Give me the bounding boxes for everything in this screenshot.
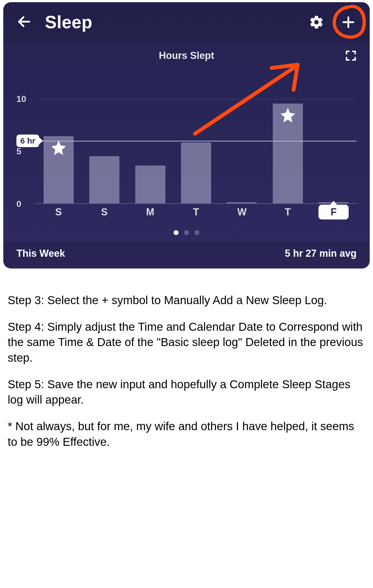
- footer-period: This Week: [16, 248, 65, 259]
- step-5: Step 5: Save the new input and hopefully…: [8, 377, 365, 408]
- step-3: Step 3: Select the + symbol to Manually …: [8, 293, 365, 308]
- bar-1[interactable]: [89, 156, 119, 204]
- bar-2[interactable]: [135, 165, 165, 203]
- x-label-3[interactable]: T: [181, 206, 211, 218]
- sleep-chart[interactable]: 10 5 0 6 hr SSMTWTF: [16, 78, 357, 220]
- back-icon[interactable]: [16, 14, 32, 30]
- expand-icon[interactable]: [345, 50, 357, 62]
- y-tick-10: 10: [16, 94, 26, 104]
- plus-icon[interactable]: [340, 14, 357, 30]
- x-label-1[interactable]: S: [89, 206, 119, 218]
- page-title: Sleep: [45, 12, 295, 32]
- chart-pager[interactable]: [3, 220, 370, 242]
- bar-5[interactable]: [273, 104, 303, 203]
- x-label-5[interactable]: T: [273, 206, 303, 218]
- pager-dot-1[interactable]: [184, 230, 189, 235]
- gear-icon[interactable]: [308, 14, 325, 30]
- bar-4[interactable]: [227, 202, 257, 203]
- app-header: Sleep: [3, 2, 370, 42]
- pager-dot-2[interactable]: [194, 230, 199, 235]
- y-tick-0: 0: [16, 199, 21, 209]
- step-4: Step 4: Simply adjust the Time and Calen…: [8, 319, 365, 366]
- instructions-text: Step 3: Select the + symbol to Manually …: [0, 271, 373, 472]
- x-axis: SSMTWTF: [36, 204, 357, 220]
- x-label-0[interactable]: S: [44, 206, 74, 218]
- star-icon: [50, 139, 67, 158]
- bar-3[interactable]: [181, 142, 211, 203]
- footer-average: 5 hr 27 min avg: [285, 248, 357, 259]
- chart-footer: This Week 5 hr 27 min avg: [3, 242, 370, 269]
- pager-dot-0[interactable]: [174, 230, 179, 235]
- sleep-card: Sleep Hours Slept 10 5 0 6 hr SSMTWTF Th…: [3, 2, 370, 269]
- x-label-6[interactable]: F: [319, 205, 349, 219]
- chart-title: Hours Slept: [16, 50, 357, 61]
- x-label-2[interactable]: M: [135, 206, 165, 218]
- star-icon: [279, 106, 297, 125]
- bar-0[interactable]: [44, 136, 74, 203]
- x-label-4[interactable]: W: [227, 206, 257, 218]
- note: * Not always, but for me, my wife and ot…: [8, 419, 365, 450]
- y-tick-5: 5: [16, 146, 21, 156]
- bars-container: [36, 78, 357, 204]
